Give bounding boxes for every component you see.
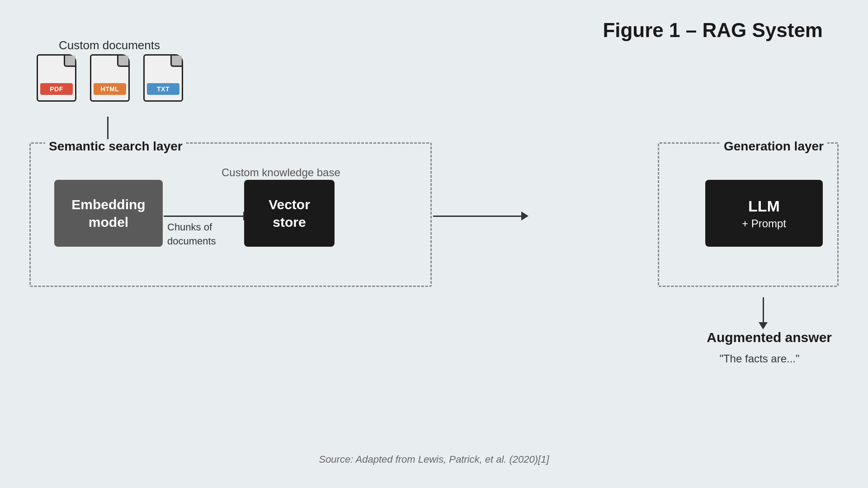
embed-to-vector-arrow — [164, 211, 250, 221]
generation-layer-label: Generation layer — [720, 139, 827, 154]
custom-docs-label: Custom documents — [59, 38, 160, 52]
augmented-quote: "The facts are..." — [687, 352, 832, 365]
llm-box: LLM + Prompt — [705, 180, 823, 247]
vector-store-text: Vectorstore — [269, 196, 310, 231]
llm-sub-text: + Prompt — [742, 216, 786, 230]
llm-content: LLM + Prompt — [742, 196, 786, 230]
html-file-shape: HTML — [90, 54, 130, 102]
semantic-layer-label: Semantic search layer — [45, 139, 186, 154]
h-arrow-vector — [433, 211, 528, 221]
vector-store-box: Vectorstore — [244, 180, 335, 247]
chunks-label: Chunks ofdocuments — [167, 221, 216, 249]
html-file-icon: HTML — [87, 54, 132, 102]
pdf-file-shape: PDF — [37, 54, 76, 102]
llm-to-answer-arrow — [759, 297, 768, 329]
pdf-badge: PDF — [40, 83, 73, 95]
augmented-answer-label: Augmented answer — [707, 330, 832, 345]
v-arrow-llm — [759, 297, 768, 329]
figure-title: Figure 1 – RAG System — [603, 19, 823, 42]
txt-file-shape: TXT — [143, 54, 183, 102]
html-badge: HTML — [94, 83, 126, 95]
llm-text: LLM — [742, 196, 786, 216]
h-arrow-embed — [164, 211, 250, 221]
txt-file-icon: TXT — [141, 54, 186, 102]
embedding-model-text: Embeddingmodel — [71, 196, 145, 231]
vector-to-llm-arrow — [433, 211, 528, 221]
embedding-model-box: Embeddingmodel — [54, 180, 163, 247]
pdf-file-icon: PDF — [34, 54, 79, 102]
knowledge-base-label: Custom knowledge base — [222, 166, 340, 179]
txt-badge: TXT — [147, 83, 179, 95]
source-citation: Source: Adapted from Lewis, Patrick, et … — [319, 454, 549, 465]
file-icons-row: PDF HTML TXT — [34, 54, 186, 102]
